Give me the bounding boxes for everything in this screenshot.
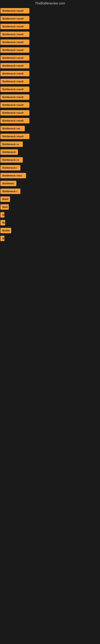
bottleneck-badge: Bottleneck result	[0, 8, 29, 14]
bottleneck-badge: Bottleneck r	[0, 188, 20, 194]
list-item: Bottleneck	[0, 148, 100, 156]
list-item: Bottleneck res	[0, 124, 100, 132]
bottleneck-badge: Bott	[0, 204, 9, 210]
list-item: Bottleneck r	[0, 187, 100, 195]
list-item: Bottleneck resu	[0, 172, 100, 180]
bottleneck-badge: Bottleneck result	[0, 47, 29, 53]
list-item: Bottleneck result	[0, 62, 100, 70]
bottleneck-badge: Bottle	[0, 228, 11, 233]
list-item: Bottleneck result	[0, 109, 100, 117]
list-item: Bottleneck result	[0, 38, 100, 46]
bottleneck-badge: Bottleneck res	[0, 126, 25, 131]
bottleneck-badge: Bo	[0, 220, 5, 226]
list-item: Bottleneck result	[0, 93, 100, 101]
list-item: Bottleneck result	[0, 70, 100, 78]
list-item: Bottle	[0, 226, 100, 234]
list-item: Bottleneck re	[0, 156, 100, 164]
bottleneck-badge: Bottleneck result	[0, 24, 29, 29]
list-item: Bottleneck result	[0, 30, 100, 38]
bottleneck-badge: Bottleneck result	[0, 32, 29, 37]
bottleneck-badge: B	[0, 236, 4, 241]
list-item: Bo	[0, 219, 100, 226]
bottleneck-badge: Bottleneck result	[0, 102, 29, 108]
list-item: Bottleneck re	[0, 140, 100, 148]
list-item: Bottl	[0, 195, 100, 203]
list-item: Bottleneck result	[0, 85, 100, 93]
bottleneck-badge: Bottleneck result	[0, 94, 29, 100]
list-item: B	[0, 234, 100, 242]
list-item: B	[0, 211, 100, 219]
bottleneck-badge: Bottleneck result	[0, 71, 29, 76]
list-item: Bottleneck result	[0, 22, 100, 30]
bottleneck-badge: B	[0, 212, 4, 218]
bottleneck-badge: Bottleneck result	[0, 16, 29, 21]
list-item: Bottleneck result	[0, 46, 100, 54]
bottleneck-badge: Bottleneck result	[0, 118, 29, 123]
bottleneck-badge: Bottleneck	[0, 149, 18, 155]
list-item: Bottleneck result	[0, 54, 100, 62]
bottleneck-badge: Bottleneck resu	[0, 173, 26, 178]
bottleneck-badge: Bottleneck r	[0, 165, 20, 170]
items-container: Bottleneck resultBottleneck resultBottle…	[0, 7, 100, 242]
bottleneck-badge: Bottlenec	[0, 181, 16, 186]
list-item: Bottleneck result	[0, 15, 100, 22]
bottleneck-badge: Bottleneck result	[0, 134, 29, 139]
list-item: Bottleneck result	[0, 78, 100, 85]
bottleneck-badge: Bottleneck result	[0, 86, 29, 92]
bottleneck-badge: Bottleneck re	[0, 157, 23, 162]
list-item: Bottleneck result	[0, 7, 100, 15]
bottleneck-badge: Bottleneck result	[0, 55, 29, 60]
list-item: Bottleneck result	[0, 132, 100, 140]
bottleneck-badge: Bottleneck result	[0, 40, 29, 45]
list-item: Bott	[0, 203, 100, 211]
bottleneck-badge: Bottleneck re	[0, 142, 23, 147]
list-item: Bottlenec	[0, 180, 100, 187]
list-item: Bottleneck result	[0, 101, 100, 109]
bottleneck-badge: Bottleneck result	[0, 63, 29, 68]
list-item: Bottleneck result	[0, 117, 100, 124]
bottleneck-badge: Bottl	[0, 196, 10, 202]
list-item: Bottleneck r	[0, 164, 100, 172]
bottleneck-badge: Bottleneck result	[0, 110, 29, 116]
site-title: TheBottlenecker.com	[0, 0, 100, 7]
bottleneck-badge: Bottleneck result	[0, 79, 29, 84]
